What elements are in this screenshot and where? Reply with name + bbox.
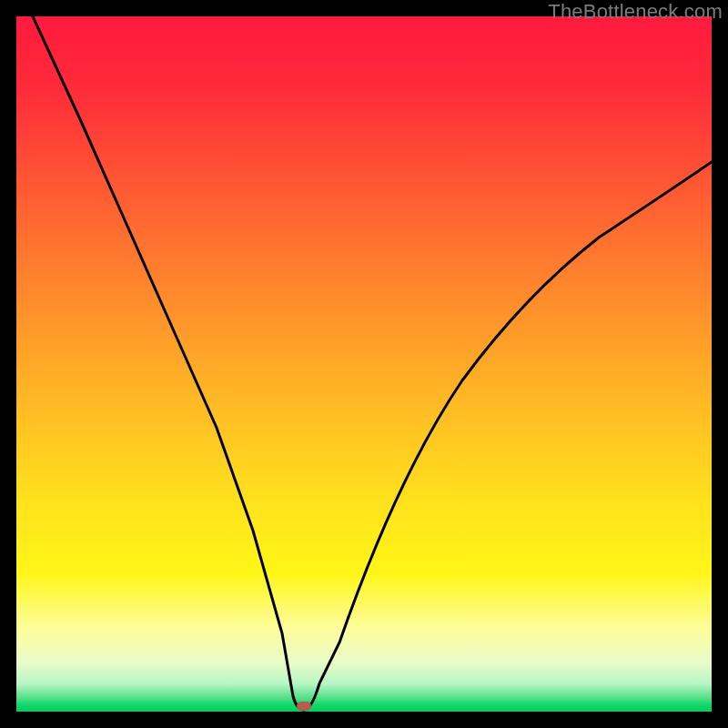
minimum-marker xyxy=(297,702,311,711)
bottleneck-curve xyxy=(33,16,712,710)
plot-area xyxy=(16,16,712,712)
watermark-text: TheBottleneck.com xyxy=(548,0,723,24)
curve-svg xyxy=(16,16,712,712)
chart-frame: TheBottleneck.com xyxy=(0,0,728,728)
